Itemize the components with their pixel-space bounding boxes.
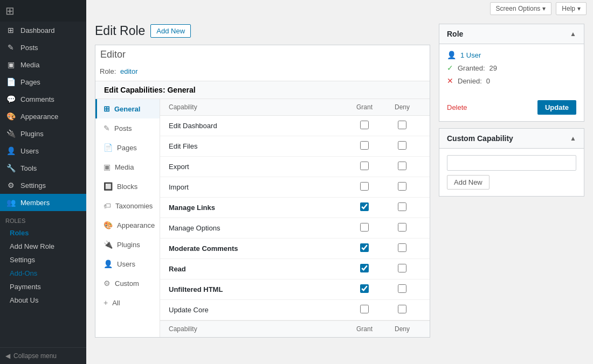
table-row: Manage Options: [160, 218, 430, 239]
comments-icon: 💬: [5, 95, 16, 103]
cap-tab-appearance[interactable]: 🎨 Appearance: [95, 215, 160, 235]
deny-checkbox[interactable]: [398, 182, 406, 191]
role-card: Role ▲ 👤 1 User ✓ Granted: 29 ✕: [439, 24, 584, 122]
role-card-body: 👤 1 User ✓ Granted: 29 ✕ Denied: 0: [439, 44, 584, 96]
footer-deny: Deny: [383, 325, 421, 333]
sidebar-sub-item-about-us[interactable]: About Us: [0, 293, 86, 307]
delete-button[interactable]: Delete: [447, 103, 467, 111]
cap-tab-pages[interactable]: 📄 Pages: [95, 138, 160, 157]
granted-label: Granted:: [458, 64, 485, 72]
cap-tab-label: Media: [115, 163, 134, 171]
deny-checkbox[interactable]: [398, 243, 406, 252]
footer-capability: Capability: [169, 325, 346, 333]
cap-tab-plugins[interactable]: 🔌 Plugins: [95, 235, 160, 254]
update-button[interactable]: Update: [537, 100, 576, 115]
sidebar-sub-item-payments[interactable]: Payments: [0, 280, 86, 293]
table-row: Edit Dashboard: [160, 116, 430, 136]
deny-checkbox[interactable]: [398, 305, 406, 313]
editor-name-input[interactable]: [95, 45, 430, 64]
cap-tab-taxonomies[interactable]: 🏷 Taxonomies: [95, 196, 160, 215]
deny-checkbox[interactable]: [398, 223, 406, 232]
grant-cell: [346, 243, 383, 254]
table-row: Manage Links: [160, 198, 430, 218]
sidebar-item-users[interactable]: 👤 Users: [0, 142, 86, 159]
add-cap-button[interactable]: Add New: [447, 175, 489, 190]
grant-checkbox[interactable]: [360, 121, 369, 129]
deny-checkbox[interactable]: [398, 121, 406, 129]
cap-tab-media[interactable]: ▣ Media: [95, 157, 160, 177]
sidebar-item-settings[interactable]: ⚙ Settings: [0, 177, 86, 194]
table-row: Update Core: [160, 300, 430, 320]
grant-checkbox[interactable]: [360, 305, 369, 313]
user-count-stat: 👤 1 User: [447, 51, 576, 59]
sidebar-item-comments[interactable]: 💬 Comments: [0, 90, 86, 108]
cap-tab-label: Custom: [115, 279, 139, 288]
custom-cap-input[interactable]: [447, 155, 576, 171]
sidebar-sub-item-roles[interactable]: Roles: [0, 226, 86, 240]
sidebar-collapse-button[interactable]: ◀ Collapse menu: [0, 347, 86, 364]
sidebar-item-label: Media: [20, 61, 39, 69]
cap-tab-blocks[interactable]: 🔲 Blocks: [95, 177, 160, 196]
cap-name: Moderate Comments: [169, 244, 346, 253]
grant-cell: [346, 182, 383, 192]
role-value-link[interactable]: editor: [120, 67, 138, 75]
sidebar-sub-item-add-ons[interactable]: Add-Ons: [0, 267, 86, 280]
add-new-button[interactable]: Add New: [150, 24, 191, 38]
sidebar-sub-item-add-new-role[interactable]: Add New Role: [0, 240, 86, 253]
cap-tab-users[interactable]: 👤 Users: [95, 254, 160, 274]
deny-checkbox[interactable]: [398, 284, 406, 293]
sidebar-item-appearance[interactable]: 🎨 Appearance: [0, 108, 86, 125]
cap-name: Export: [169, 163, 346, 171]
media-icon: ▣: [5, 60, 16, 69]
denied-cross-icon: ✕: [447, 76, 453, 85]
deny-cell: [383, 162, 421, 172]
role-card-collapse-icon[interactable]: ▲: [570, 30, 576, 38]
grant-checkbox[interactable]: [360, 223, 369, 232]
grant-checkbox[interactable]: [360, 202, 369, 211]
settings-icon: ⚙: [5, 181, 16, 190]
header-grant: Grant: [346, 103, 383, 111]
screen-options-button[interactable]: Screen Options ▾: [490, 2, 552, 15]
custom-cap-collapse-icon[interactable]: ▲: [570, 135, 576, 142]
grant-checkbox[interactable]: [360, 284, 369, 293]
grant-checkbox[interactable]: [360, 162, 369, 170]
sidebar: ⊞ ⊞ Dashboard ✎ Posts ▣ Media 📄 Pages 💬 …: [0, 0, 86, 364]
deny-cell: [383, 223, 421, 233]
deny-checkbox[interactable]: [398, 202, 406, 211]
grant-checkbox[interactable]: [360, 141, 369, 150]
role-actions: Delete Update: [439, 96, 584, 121]
grant-checkbox[interactable]: [360, 243, 369, 252]
deny-checkbox[interactable]: [398, 264, 406, 272]
user-count-link[interactable]: 1 User: [460, 51, 481, 59]
deny-cell: [383, 202, 421, 213]
deny-cell: [383, 121, 421, 131]
cap-tab-custom[interactable]: ⚙ Custom: [95, 274, 160, 293]
cap-tab-all[interactable]: + All: [95, 293, 160, 312]
sidebar-item-tools[interactable]: 🔧 Tools: [0, 159, 86, 177]
sidebar-sub-item-settings[interactable]: Settings: [0, 253, 86, 267]
grant-checkbox[interactable]: [360, 182, 369, 191]
sidebar-item-label: Settings: [20, 181, 46, 190]
cap-tab-label: Appearance: [117, 221, 155, 229]
screen-options-label: Screen Options: [496, 5, 541, 12]
sidebar-item-posts[interactable]: ✎ Posts: [0, 39, 86, 56]
plugins-icon: 🔌: [5, 129, 16, 138]
sidebar-item-members[interactable]: 👥 Members: [0, 194, 86, 211]
deny-checkbox[interactable]: [398, 162, 406, 170]
sidebar-item-pages[interactable]: 📄 Pages: [0, 73, 86, 90]
grant-checkbox[interactable]: [360, 264, 369, 272]
cap-tab-label: Users: [117, 260, 135, 268]
help-button[interactable]: Help ▾: [556, 2, 587, 15]
wp-logo-icon: ⊞: [5, 4, 15, 17]
cap-tab-general[interactable]: ⊞ General: [95, 99, 160, 118]
cap-tab-posts[interactable]: ✎ Posts: [95, 118, 160, 138]
topbar: Screen Options ▾ Help ▾: [86, 0, 593, 17]
cap-tabs: ⊞ General ✎ Posts 📄 Pages ▣: [95, 99, 160, 337]
custom-cap-title: Custom Capability: [447, 134, 513, 143]
sidebar-item-plugins[interactable]: 🔌 Plugins: [0, 125, 86, 142]
deny-checkbox[interactable]: [398, 141, 406, 150]
sidebar-item-media[interactable]: ▣ Media: [0, 56, 86, 73]
taxonomies-tab-icon: 🏷: [104, 201, 111, 210]
plugins-tab-icon: 🔌: [104, 240, 113, 249]
sidebar-item-dashboard[interactable]: ⊞ Dashboard: [0, 22, 86, 39]
